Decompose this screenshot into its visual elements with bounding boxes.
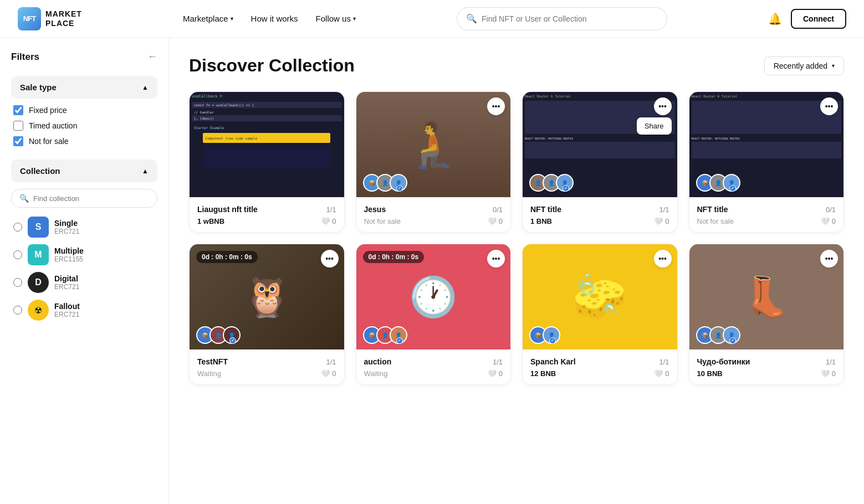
sort-caret-icon: ▾ bbox=[832, 63, 835, 69]
search-bar[interactable]: 🔍 bbox=[457, 7, 667, 30]
marketplace-caret-icon: ▾ bbox=[231, 16, 233, 22]
more-options-btn-testnft[interactable]: ••• bbox=[321, 250, 339, 268]
search-input[interactable] bbox=[482, 14, 658, 23]
heart-icon: 🤍 bbox=[821, 369, 830, 378]
nft-image-nfttitle2: React Router 6 Tutorial REACT ROUTER: MA… bbox=[689, 92, 844, 197]
nft-price-nfttitle1: 1 BNB bbox=[530, 217, 552, 225]
nft-card-liaugust[interactable]: useCallback ® const fn = useCallback(() … bbox=[189, 91, 345, 233]
nft-count-boots: 1/1 bbox=[826, 358, 836, 366]
main-layout: Filters ← Sale type ▲ Fixed price Timed … bbox=[0, 38, 864, 504]
navbar: NFT MARKETPLACE Marketplace ▾ How it wor… bbox=[0, 0, 864, 38]
collection-label: Collection bbox=[20, 166, 60, 176]
nft-like-spanch[interactable]: 🤍 0 bbox=[654, 369, 669, 378]
nft-avatars-jesus: 📦 👤 👤 ✓ bbox=[363, 174, 403, 192]
collection-header[interactable]: Collection ▲ bbox=[11, 160, 157, 182]
nft-image-spanch: 🧽 ••• 📦 👤 ✓ bbox=[523, 244, 677, 349]
nft-price-boots: 10 BNB bbox=[697, 369, 723, 378]
nav-marketplace[interactable]: Marketplace ▾ bbox=[183, 14, 233, 23]
nft-price-nfttitle2: Not for sale bbox=[697, 217, 734, 225]
sort-dropdown[interactable]: Recently added ▾ bbox=[764, 56, 844, 75]
nav-how-it-works[interactable]: How it works bbox=[251, 14, 298, 23]
nft-name-testnft: TestNFT bbox=[197, 357, 228, 366]
nft-like-testnft[interactable]: 🤍 0 bbox=[321, 369, 336, 378]
more-options-btn-nfttitle2[interactable]: ••• bbox=[820, 97, 838, 115]
logo-abbr: NFT bbox=[23, 14, 35, 23]
nft-price-liaugust: 1 wBNB bbox=[197, 217, 224, 225]
checkbox-fixed-price[interactable]: Fixed price bbox=[13, 105, 155, 115]
content-header: Discover Collection Recently added ▾ bbox=[189, 55, 844, 76]
collection-avatar-single: S bbox=[28, 217, 49, 238]
more-options-btn-jesus[interactable]: ••• bbox=[487, 97, 505, 115]
nft-like-nfttitle1[interactable]: 🤍 0 bbox=[654, 217, 669, 225]
nft-price-auction: Waiting bbox=[364, 369, 388, 378]
follow-caret-icon: ▾ bbox=[353, 16, 356, 22]
nft-avatars-spanch: 📦 👤 ✓ bbox=[529, 326, 556, 344]
nft-name-spanch: Spanch Karl bbox=[530, 357, 576, 366]
nft-card-testnft[interactable]: 🦉 0d : 0h : 0m : 0s ••• 📦 👤 👤 ✓ Tes bbox=[189, 244, 345, 385]
nft-like-nfttitle2[interactable]: 🤍 0 bbox=[821, 217, 836, 225]
collection-search-input[interactable] bbox=[33, 194, 149, 203]
back-icon[interactable]: ← bbox=[147, 51, 157, 63]
more-options-btn-boots[interactable]: ••• bbox=[820, 250, 838, 268]
nft-card-spanch[interactable]: 🧽 ••• 📦 👤 ✓ Spanch Karl 1/1 bbox=[522, 244, 678, 385]
more-options-btn-nfttitle1[interactable]: ••• bbox=[654, 97, 672, 115]
collection-filter: Collection ▲ 🔍 S Single ERC721 M bbox=[11, 160, 157, 321]
collection-search-icon: 🔍 bbox=[19, 194, 29, 203]
notification-icon[interactable]: 🔔 bbox=[768, 12, 782, 25]
heart-icon: 🤍 bbox=[654, 217, 663, 225]
heart-icon: 🤍 bbox=[488, 369, 497, 378]
nft-name-nfttitle1: NFT title bbox=[530, 205, 561, 214]
sort-label: Recently added bbox=[774, 61, 827, 70]
collection-item-digital[interactable]: D Digital ERC721 bbox=[13, 272, 155, 293]
more-options-btn-auction[interactable]: ••• bbox=[487, 250, 505, 268]
collection-search-bar[interactable]: 🔍 bbox=[11, 189, 157, 208]
connect-button[interactable]: Connect bbox=[791, 9, 846, 29]
more-options-btn-spanch[interactable]: ••• bbox=[654, 250, 672, 268]
share-tooltip[interactable]: Share bbox=[637, 117, 672, 135]
logo[interactable]: NFT MARKETPLACE bbox=[18, 7, 82, 30]
nft-card-auction[interactable]: 🕐 0d : 0h : 0m : 0s ••• 📦 👤 👤 ✓ auc bbox=[356, 244, 512, 385]
nft-name-boots: Чудо-ботинки bbox=[697, 357, 750, 366]
fixed-price-label: Fixed price bbox=[29, 106, 67, 115]
nft-name-auction: auction bbox=[364, 357, 392, 366]
collection-name-fallout: Fallout bbox=[54, 302, 80, 311]
heart-icon: 🤍 bbox=[321, 217, 330, 225]
nft-card-nfttitle2[interactable]: React Router 6 Tutorial REACT ROUTER: MA… bbox=[689, 91, 845, 233]
nft-card-nfttitle1[interactable]: React Router 6 Tutorial REACT ROUTER: MA… bbox=[522, 91, 678, 233]
collection-avatar-multiple: M bbox=[28, 244, 49, 265]
heart-icon: 🤍 bbox=[821, 217, 830, 225]
collection-item-fallout[interactable]: ☢ Fallout ERC721 bbox=[13, 300, 155, 321]
page-title: Discover Collection bbox=[189, 55, 355, 76]
sale-type-header[interactable]: Sale type ▲ bbox=[11, 76, 157, 99]
heart-icon: 🤍 bbox=[654, 369, 663, 378]
nft-like-liaugust[interactable]: 🤍 0 bbox=[321, 217, 336, 225]
timed-auction-label: Timed auction bbox=[29, 121, 77, 130]
checkbox-timed-auction[interactable]: Timed auction bbox=[13, 121, 155, 131]
collection-item-multiple[interactable]: M Multiple ERC1155 bbox=[13, 244, 155, 265]
nft-avatars-boots: 📦 👤 👤 ✓ bbox=[696, 326, 736, 344]
nft-image-testnft: 🦉 0d : 0h : 0m : 0s ••• 📦 👤 👤 ✓ bbox=[190, 244, 344, 349]
timer-badge-auction: 0d : 0h : 0m : 0s bbox=[363, 251, 425, 263]
nft-card-boots[interactable]: 👢 ••• 📦 👤 👤 ✓ Чудо-ботинки 1/1 bbox=[689, 244, 845, 385]
nft-card-body-auction: auction 1/1 Waiting 🤍 0 bbox=[356, 349, 511, 384]
nft-card-body-jesus: Jesus 0/1 Not for sale 🤍 0 bbox=[356, 197, 511, 232]
nft-like-auction[interactable]: 🤍 0 bbox=[488, 369, 503, 378]
nft-image-jesus: 🧎 ••• 📦 👤 👤 ✓ bbox=[356, 92, 511, 197]
collection-item-single[interactable]: S Single ERC721 bbox=[13, 217, 155, 238]
collection-avatar-digital: D bbox=[28, 272, 49, 293]
nft-count-jesus: 0/1 bbox=[493, 205, 503, 214]
nav-follow-us[interactable]: Follow us ▾ bbox=[316, 14, 356, 23]
collection-type-digital: ERC721 bbox=[54, 283, 79, 291]
nft-like-jesus[interactable]: 🤍 0 bbox=[488, 217, 503, 225]
nft-card-body-nfttitle2: NFT title 0/1 Not for sale 🤍 0 bbox=[689, 197, 844, 232]
logo-text: MARKETPLACE bbox=[45, 9, 82, 28]
sidebar: Filters ← Sale type ▲ Fixed price Timed … bbox=[0, 38, 169, 504]
nft-card-body-liaugust: Liaugust nft title 1/1 1 wBNB 🤍 0 bbox=[190, 197, 344, 232]
nft-like-boots[interactable]: 🤍 0 bbox=[821, 369, 836, 378]
collection-type-single: ERC721 bbox=[54, 228, 79, 235]
nft-card-jesus[interactable]: 🧎 ••• 📦 👤 👤 ✓ Jesus 0/1 bbox=[356, 91, 512, 233]
sidebar-header: Filters ← bbox=[11, 51, 157, 63]
checkbox-not-for-sale[interactable]: Not for sale bbox=[13, 136, 155, 146]
nft-count-auction: 1/1 bbox=[493, 358, 503, 366]
timer-badge-testnft: 0d : 0h : 0m : 0s bbox=[196, 251, 258, 263]
